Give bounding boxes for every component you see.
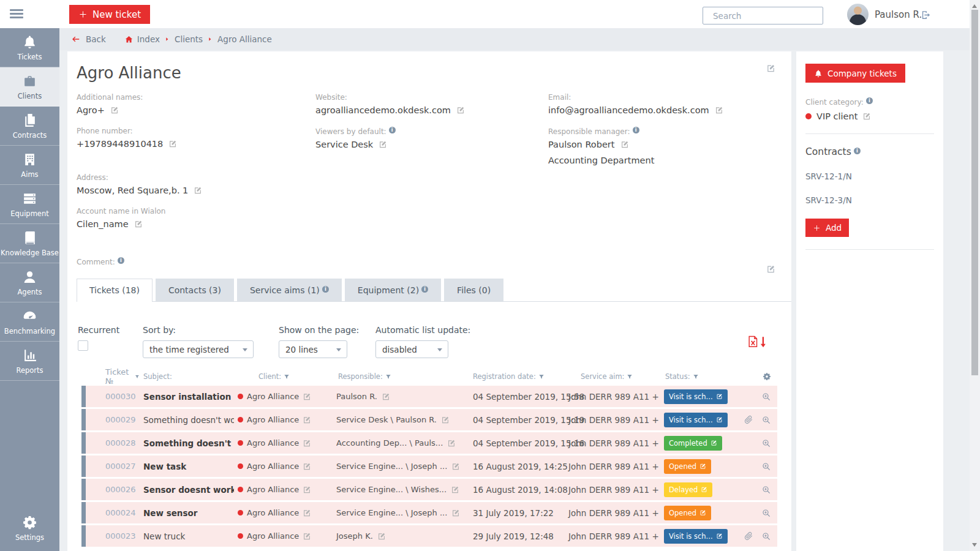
edit-icon[interactable] — [447, 439, 456, 448]
edit-icon[interactable] — [303, 462, 311, 471]
sidebar-item-equipment[interactable]: Equipment — [0, 185, 59, 224]
edit-icon[interactable] — [303, 439, 311, 448]
edit-icon[interactable] — [451, 462, 460, 471]
edit-icon[interactable] — [441, 416, 450, 424]
edit-icon[interactable] — [168, 140, 177, 148]
status-badge[interactable]: Completed — [664, 436, 722, 451]
status-badge[interactable]: Visit is sch... — [664, 413, 728, 427]
edit-comment-icon[interactable] — [766, 264, 775, 274]
status-badge[interactable]: Opened — [664, 506, 711, 520]
ticket-subject[interactable]: Sensor installation — [140, 392, 234, 402]
ticket-subject[interactable]: Something doesn't work — [140, 415, 234, 425]
edit-icon[interactable] — [620, 140, 629, 149]
menu-icon[interactable] — [10, 9, 23, 19]
quick-view-icon[interactable] — [761, 438, 771, 448]
edit-icon[interactable] — [456, 106, 465, 114]
table-row[interactable]: 000023 New truck Agro Alliance Joseph K.… — [81, 525, 777, 547]
ticket-subject[interactable]: New sensor — [140, 508, 234, 518]
quick-view-icon[interactable] — [761, 485, 771, 495]
edit-icon[interactable] — [451, 485, 459, 494]
sidebar-item-benchmarking[interactable]: Benchmarking — [0, 302, 59, 342]
back-arrow-icon[interactable] — [70, 35, 81, 43]
contract-link[interactable]: SRV-12-3/N — [805, 195, 934, 205]
home-icon[interactable] — [124, 35, 134, 44]
ticket-number[interactable]: 000028 — [86, 438, 140, 448]
status-badge[interactable]: Delayed — [664, 482, 712, 497]
scrollbar-thumb[interactable] — [971, 10, 978, 375]
export-excel-icon[interactable] — [747, 335, 767, 348]
user-name[interactable]: Paulson R. — [875, 9, 922, 20]
company-tickets-button[interactable]: Company tickets — [805, 64, 905, 83]
sort-select[interactable]: the time registered — [143, 340, 254, 358]
ticket-number[interactable]: 000030 — [86, 392, 140, 401]
edit-icon[interactable] — [194, 186, 202, 195]
table-row[interactable]: 000024 New sensor Agro Alliance Service … — [81, 502, 777, 523]
edit-icon[interactable] — [377, 532, 386, 541]
sidebar-item-agents[interactable]: Agents — [0, 263, 59, 302]
add-contract-button[interactable]: Add — [805, 219, 849, 237]
table-row[interactable]: 000029 Something doesn't work Agro Allia… — [81, 409, 777, 430]
user-avatar[interactable] — [847, 4, 869, 25]
search-input[interactable] — [713, 11, 818, 21]
table-row[interactable]: 000027 New task Agro Alliance Service En… — [81, 455, 777, 477]
edit-icon[interactable] — [134, 220, 143, 228]
sidebar-item-settings[interactable]: Settings — [0, 508, 59, 549]
sidebar-item-tickets[interactable]: Tickets — [0, 28, 59, 67]
sidebar-item-contracts[interactable]: Contracts — [0, 107, 59, 146]
filter-icon[interactable] — [693, 373, 699, 380]
sidebar-item-clients[interactable]: Clients — [0, 67, 59, 107]
quick-view-icon[interactable] — [761, 531, 771, 541]
edit-icon[interactable] — [303, 532, 311, 541]
ticket-subject[interactable]: New task — [140, 462, 234, 471]
columns-settings-icon[interactable] — [763, 372, 771, 381]
logout-icon[interactable] — [921, 10, 931, 20]
quick-view-icon[interactable] — [761, 508, 771, 518]
tab-service-aims[interactable]: Service aims (1) — [237, 279, 342, 301]
filter-icon[interactable] — [627, 373, 633, 380]
contract-link[interactable]: SRV-12-1/N — [805, 171, 934, 181]
ticket-number[interactable]: 000029 — [86, 415, 140, 424]
quick-view-icon[interactable] — [761, 415, 771, 425]
edit-icon[interactable] — [303, 392, 311, 401]
sidebar-item-reports[interactable]: Reports — [0, 342, 59, 381]
quick-view-icon[interactable] — [761, 392, 771, 402]
ticket-number[interactable]: 000024 — [86, 508, 140, 517]
filter-icon[interactable] — [385, 373, 391, 380]
breadcrumb-back[interactable]: Back — [86, 34, 106, 44]
table-row[interactable]: 000028 Something doesn't work Agro Allia… — [81, 432, 777, 454]
breadcrumb-index[interactable]: Index — [137, 34, 160, 44]
ticket-subject[interactable]: New truck — [140, 531, 234, 541]
filter-icon[interactable] — [538, 373, 545, 380]
tab-files[interactable]: Files (0) — [444, 279, 503, 301]
filter-icon[interactable] — [284, 373, 290, 380]
tab-contacts[interactable]: Contacts (3) — [156, 279, 234, 301]
tab-equipment[interactable]: Equipment (2) — [345, 279, 441, 301]
scroll-down-arrow[interactable] — [972, 543, 977, 547]
show-on-page-select[interactable]: 20 lines — [279, 340, 347, 358]
auto-update-select[interactable]: disabled — [375, 340, 448, 358]
sidebar-item-knowledge-base[interactable]: Knowledge Base — [0, 224, 59, 263]
table-row[interactable]: 000026 Sensor doesnt work Agro Alliance … — [81, 479, 777, 500]
edit-icon[interactable] — [110, 106, 119, 114]
edit-icon[interactable] — [862, 112, 871, 121]
ticket-subject[interactable]: Something doesn't work — [140, 438, 234, 448]
status-badge[interactable]: Visit is sch... — [664, 389, 728, 404]
edit-icon[interactable] — [382, 392, 390, 401]
table-row[interactable]: 000030 Sensor installation Agro Alliance… — [81, 386, 777, 407]
edit-icon[interactable] — [715, 106, 723, 114]
ticket-subject[interactable]: Sensor doesnt work — [140, 485, 234, 495]
status-badge[interactable]: Opened — [664, 459, 711, 474]
edit-icon[interactable] — [451, 509, 460, 517]
recurrent-checkbox[interactable] — [78, 340, 88, 351]
edit-client-icon[interactable] — [766, 64, 775, 73]
ticket-number[interactable]: 000026 — [86, 485, 140, 494]
scroll-up-arrow[interactable] — [972, 4, 977, 8]
status-badge[interactable]: Visit is sch... — [664, 529, 728, 544]
edit-icon[interactable] — [303, 509, 311, 517]
edit-icon[interactable] — [379, 140, 387, 149]
ticket-number[interactable]: 000027 — [86, 462, 140, 471]
breadcrumb-clients[interactable]: Clients — [175, 34, 203, 44]
edit-icon[interactable] — [303, 416, 311, 424]
filter-icon[interactable] — [135, 373, 140, 380]
ticket-number[interactable]: 000023 — [86, 531, 140, 541]
